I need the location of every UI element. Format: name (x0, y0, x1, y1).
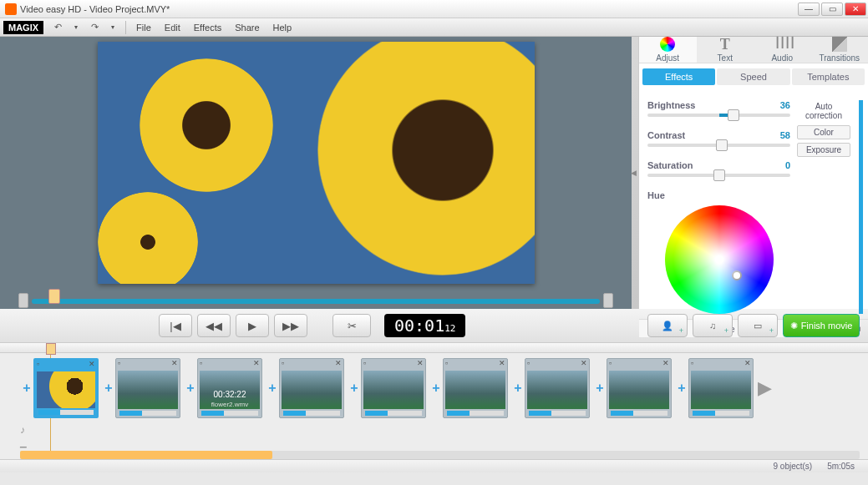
timeline-clip[interactable]: ▫✕ (607, 358, 672, 418)
fast-forward-button[interactable]: ▶▶ (274, 314, 307, 337)
tab-audio-label: Audio (771, 53, 793, 63)
timeline-scroll-right[interactable]: ▶ (757, 371, 772, 405)
clip-menu-icon[interactable]: ▫ (609, 359, 612, 369)
brightness-slider[interactable] (647, 114, 790, 117)
exposure-button[interactable]: Exposure (797, 143, 850, 157)
insert-clip-button[interactable]: + (184, 381, 197, 395)
timeline-clip[interactable]: ▫✕ (688, 358, 754, 418)
audio-track-2[interactable]: ▁ (20, 438, 860, 447)
tab-transitions[interactable]: Transitions (811, 37, 869, 63)
clip-menu-icon[interactable]: ▫ (282, 359, 284, 369)
brightness-handle[interactable] (728, 109, 739, 121)
insert-clip-button[interactable]: + (593, 381, 607, 395)
hue-label: Hue (647, 190, 790, 200)
menu-file[interactable]: File (129, 21, 158, 34)
clip-menu-icon[interactable]: ▫ (37, 360, 39, 370)
insert-clip-button[interactable]: + (348, 381, 361, 395)
timeline-clip[interactable]: ▫✕ (525, 358, 590, 418)
clip-close-icon[interactable]: ✕ (581, 359, 587, 369)
color-button[interactable]: Color (797, 125, 850, 139)
panel-scrollbar[interactable] (859, 100, 863, 314)
tab-text[interactable]: T Text (697, 37, 754, 63)
menu-help[interactable]: Help (266, 21, 299, 34)
timeline-clip[interactable]: ▫✕ (443, 358, 508, 418)
text-icon: T (718, 37, 733, 52)
timeline-hscroll-thumb[interactable] (20, 451, 272, 459)
undo-dropdown[interactable]: ▾ (68, 20, 84, 35)
insert-clip-button[interactable]: + (429, 381, 443, 395)
clip-menu-icon[interactable]: ▫ (200, 359, 202, 369)
finish-movie-button[interactable]: ✺Finish movie (783, 314, 860, 337)
add-music-button[interactable]: ♫+ (693, 314, 733, 337)
menu-share[interactable]: Share (228, 21, 266, 34)
redo-dropdown[interactable]: ▾ (104, 20, 121, 35)
clip-close-icon[interactable]: ✕ (89, 360, 95, 370)
contrast-label: Contrast (647, 130, 685, 140)
insert-clip-button[interactable]: + (20, 381, 33, 395)
clip-close-icon[interactable]: ✕ (499, 359, 505, 369)
contrast-value: 58 (780, 130, 790, 140)
insert-clip-button[interactable]: + (675, 381, 688, 395)
clip-menu-icon[interactable]: ▫ (527, 359, 530, 369)
saturation-slider[interactable] (647, 174, 790, 177)
insert-clip-button[interactable]: + (511, 381, 525, 395)
subtab-effects[interactable]: Effects (642, 68, 715, 85)
play-button[interactable]: ▶ (236, 314, 269, 337)
timeline-clip[interactable]: ▫✕00:32:22flower2.wmv (197, 358, 262, 418)
clip-close-icon[interactable]: ✕ (744, 359, 751, 369)
timeline-ruler[interactable] (0, 343, 868, 353)
tab-audio[interactable]: Audio (754, 37, 811, 63)
contrast-slider[interactable] (647, 144, 790, 147)
tab-transitions-label: Transitions (819, 53, 860, 63)
minimize-button[interactable]: — (798, 3, 820, 16)
clip-menu-icon[interactable]: ▫ (445, 359, 448, 369)
menu-effects[interactable]: Effects (187, 21, 228, 34)
add-photo-button[interactable]: 👤+ (647, 314, 688, 337)
video-preview[interactable] (98, 42, 535, 284)
timeline-clip[interactable]: ▫✕ (33, 358, 99, 418)
menu-edit[interactable]: Edit (158, 21, 187, 34)
clip-close-icon[interactable]: ✕ (253, 359, 260, 369)
audio-icon (774, 37, 789, 52)
clip-close-icon[interactable]: ✕ (335, 359, 342, 369)
preview-scrubber[interactable] (15, 294, 617, 309)
timeline-clip[interactable]: ▫✕ (115, 358, 180, 418)
contrast-handle[interactable] (716, 139, 728, 151)
clip-close-icon[interactable]: ✕ (417, 359, 424, 369)
panel-collapse-toggle[interactable] (632, 37, 638, 309)
audio-track[interactable]: ♪ (20, 423, 860, 437)
cut-button[interactable]: ✂ (332, 314, 371, 337)
clip-menu-icon[interactable]: ▫ (691, 359, 693, 369)
timecode-frames: 12 (444, 323, 455, 334)
goto-start-button[interactable]: |◀ (159, 314, 192, 337)
close-button[interactable]: ✕ (845, 3, 866, 16)
hue-handle[interactable] (732, 270, 742, 280)
insert-clip-button[interactable]: + (266, 381, 279, 395)
saturation-handle[interactable] (713, 169, 725, 181)
timeline-playhead[interactable] (46, 343, 56, 355)
insert-clip-button[interactable]: + (102, 381, 115, 395)
clip-menu-icon[interactable]: ▫ (363, 359, 366, 369)
maximize-button[interactable]: ▭ (821, 3, 843, 16)
rewind-button[interactable]: ◀◀ (197, 314, 231, 337)
timeline-clip[interactable]: ▫✕ (361, 358, 426, 418)
trim-in-handle[interactable] (18, 293, 28, 308)
redo-button[interactable]: ↷ (86, 20, 103, 35)
add-video-button[interactable]: ▭+ (738, 314, 778, 337)
auto-correction-link[interactable]: Auto correction (797, 100, 850, 122)
status-duration: 5m:05s (827, 462, 855, 471)
audio-track-icon: ♪ (20, 424, 25, 436)
timeline-clip[interactable]: ▫✕ (279, 358, 344, 418)
hue-wheel[interactable] (665, 205, 774, 314)
clip-close-icon[interactable]: ✕ (171, 359, 178, 369)
tab-adjust[interactable]: Adjust (639, 37, 697, 63)
subtab-templates[interactable]: Templates (792, 68, 865, 85)
timeline-hscroll[interactable] (20, 451, 860, 459)
clip-menu-icon[interactable]: ▫ (118, 359, 120, 369)
undo-button[interactable]: ↶ (49, 20, 66, 35)
film-icon: ▭ (754, 321, 762, 331)
clip-close-icon[interactable]: ✕ (662, 359, 669, 369)
trim-out-handle[interactable] (603, 293, 613, 308)
subtab-speed[interactable]: Speed (717, 68, 789, 85)
preview-playhead[interactable] (48, 289, 60, 304)
